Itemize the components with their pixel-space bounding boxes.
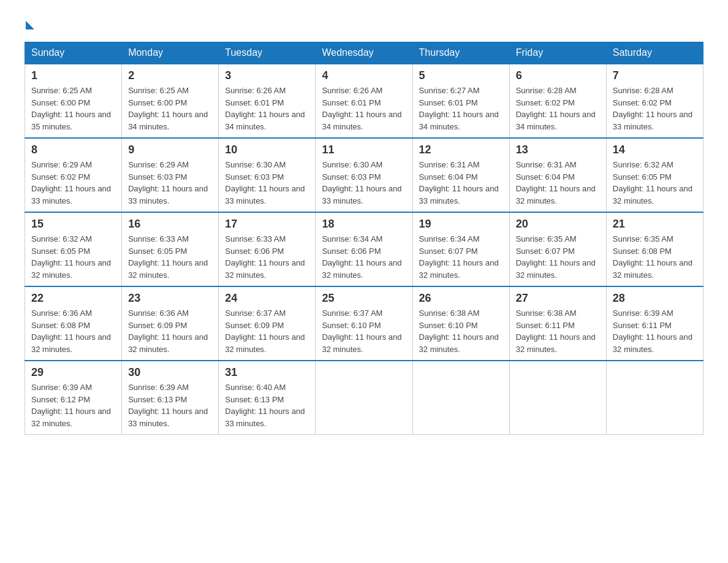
calendar-cell: 10 Sunrise: 6:30 AM Sunset: 6:03 PM Dayl… [219,138,316,212]
day-number: 18 [322,218,406,231]
calendar-cell: 21 Sunrise: 6:35 AM Sunset: 6:08 PM Dayl… [606,212,703,286]
day-info: Sunrise: 6:36 AM Sunset: 6:09 PM Dayligh… [128,307,212,355]
calendar-cell [606,361,703,435]
day-number: 15 [31,218,115,231]
logo-arrow-icon [26,21,34,29]
header-friday: Friday [509,42,606,64]
day-info: Sunrise: 6:33 AM Sunset: 6:06 PM Dayligh… [225,233,309,281]
day-info: Sunrise: 6:34 AM Sunset: 6:06 PM Dayligh… [322,233,406,281]
page-header [25,18,703,29]
day-number: 13 [516,144,600,156]
day-info: Sunrise: 6:39 AM Sunset: 6:13 PM Dayligh… [128,381,212,429]
calendar-cell: 14 Sunrise: 6:32 AM Sunset: 6:05 PM Dayl… [606,138,703,212]
calendar-cell: 20 Sunrise: 6:35 AM Sunset: 6:07 PM Dayl… [509,212,606,286]
day-info: Sunrise: 6:28 AM Sunset: 6:02 PM Dayligh… [613,85,697,132]
day-info: Sunrise: 6:29 AM Sunset: 6:03 PM Dayligh… [128,159,212,207]
day-number: 17 [225,218,309,231]
calendar-cell: 25 Sunrise: 6:37 AM Sunset: 6:10 PM Dayl… [316,286,412,361]
day-info: Sunrise: 6:25 AM Sunset: 6:00 PM Dayligh… [31,85,115,132]
weekday-header-row: Sunday Monday Tuesday Wednesday Thursday… [25,42,703,64]
day-number: 8 [31,144,115,156]
calendar-cell: 30 Sunrise: 6:39 AM Sunset: 6:13 PM Dayl… [122,361,219,435]
day-info: Sunrise: 6:32 AM Sunset: 6:05 PM Dayligh… [613,159,697,207]
calendar-cell: 5 Sunrise: 6:27 AM Sunset: 6:01 PM Dayli… [412,64,509,138]
calendar-week-row: 8 Sunrise: 6:29 AM Sunset: 6:02 PM Dayli… [25,138,703,212]
calendar-cell: 19 Sunrise: 6:34 AM Sunset: 6:07 PM Dayl… [412,212,509,286]
day-number: 27 [516,292,600,305]
day-number: 11 [322,144,406,156]
calendar-cell: 16 Sunrise: 6:33 AM Sunset: 6:05 PM Dayl… [122,212,219,286]
calendar-week-row: 15 Sunrise: 6:32 AM Sunset: 6:05 PM Dayl… [25,212,703,286]
day-info: Sunrise: 6:27 AM Sunset: 6:01 PM Dayligh… [419,85,503,132]
day-number: 2 [128,69,212,82]
calendar-cell [316,361,412,435]
logo [25,18,34,29]
day-info: Sunrise: 6:39 AM Sunset: 6:11 PM Dayligh… [613,307,697,355]
day-info: Sunrise: 6:32 AM Sunset: 6:05 PM Dayligh… [31,233,115,281]
calendar-week-row: 22 Sunrise: 6:36 AM Sunset: 6:08 PM Dayl… [25,286,703,361]
header-sunday: Sunday [25,42,122,64]
day-info: Sunrise: 6:34 AM Sunset: 6:07 PM Dayligh… [419,233,503,281]
day-number: 1 [31,69,115,82]
calendar-cell [509,361,606,435]
calendar-cell: 26 Sunrise: 6:38 AM Sunset: 6:10 PM Dayl… [412,286,509,361]
day-info: Sunrise: 6:35 AM Sunset: 6:07 PM Dayligh… [516,233,600,281]
day-info: Sunrise: 6:38 AM Sunset: 6:11 PM Dayligh… [516,307,600,355]
day-number: 31 [225,366,309,379]
day-info: Sunrise: 6:36 AM Sunset: 6:08 PM Dayligh… [31,307,115,355]
calendar-cell: 9 Sunrise: 6:29 AM Sunset: 6:03 PM Dayli… [122,138,219,212]
calendar-cell: 29 Sunrise: 6:39 AM Sunset: 6:12 PM Dayl… [25,361,122,435]
day-number: 30 [128,366,212,379]
day-number: 20 [516,218,600,231]
calendar-week-row: 29 Sunrise: 6:39 AM Sunset: 6:12 PM Dayl… [25,361,703,435]
calendar-cell: 24 Sunrise: 6:37 AM Sunset: 6:09 PM Dayl… [219,286,316,361]
calendar-cell: 23 Sunrise: 6:36 AM Sunset: 6:09 PM Dayl… [122,286,219,361]
day-info: Sunrise: 6:33 AM Sunset: 6:05 PM Dayligh… [128,233,212,281]
calendar-cell: 11 Sunrise: 6:30 AM Sunset: 6:03 PM Dayl… [316,138,412,212]
calendar-cell: 28 Sunrise: 6:39 AM Sunset: 6:11 PM Dayl… [606,286,703,361]
calendar-cell: 27 Sunrise: 6:38 AM Sunset: 6:11 PM Dayl… [509,286,606,361]
day-info: Sunrise: 6:31 AM Sunset: 6:04 PM Dayligh… [516,159,600,207]
day-number: 23 [128,292,212,305]
calendar-cell: 6 Sunrise: 6:28 AM Sunset: 6:02 PM Dayli… [509,64,606,138]
calendar-cell: 13 Sunrise: 6:31 AM Sunset: 6:04 PM Dayl… [509,138,606,212]
day-number: 4 [322,69,406,82]
calendar-cell: 1 Sunrise: 6:25 AM Sunset: 6:00 PM Dayli… [25,64,122,138]
day-info: Sunrise: 6:37 AM Sunset: 6:09 PM Dayligh… [225,307,309,355]
day-number: 24 [225,292,309,305]
header-wednesday: Wednesday [316,42,412,64]
calendar-cell [412,361,509,435]
day-info: Sunrise: 6:38 AM Sunset: 6:10 PM Dayligh… [419,307,503,355]
day-info: Sunrise: 6:37 AM Sunset: 6:10 PM Dayligh… [322,307,406,355]
header-saturday: Saturday [606,42,703,64]
day-number: 26 [419,292,503,305]
calendar-cell: 22 Sunrise: 6:36 AM Sunset: 6:08 PM Dayl… [25,286,122,361]
calendar-cell: 7 Sunrise: 6:28 AM Sunset: 6:02 PM Dayli… [606,64,703,138]
logo-blue-part [25,18,34,29]
day-number: 7 [613,69,697,82]
day-number: 3 [225,69,309,82]
day-number: 29 [31,366,115,379]
day-number: 19 [419,218,503,231]
calendar-cell: 2 Sunrise: 6:25 AM Sunset: 6:00 PM Dayli… [122,64,219,138]
day-number: 10 [225,144,309,156]
calendar-cell: 8 Sunrise: 6:29 AM Sunset: 6:02 PM Dayli… [25,138,122,212]
calendar-cell: 3 Sunrise: 6:26 AM Sunset: 6:01 PM Dayli… [219,64,316,138]
day-info: Sunrise: 6:35 AM Sunset: 6:08 PM Dayligh… [613,233,697,281]
day-info: Sunrise: 6:29 AM Sunset: 6:02 PM Dayligh… [31,159,115,207]
day-info: Sunrise: 6:26 AM Sunset: 6:01 PM Dayligh… [322,85,406,132]
calendar-table: Sunday Monday Tuesday Wednesday Thursday… [25,42,703,435]
day-info: Sunrise: 6:28 AM Sunset: 6:02 PM Dayligh… [516,85,600,132]
day-number: 25 [322,292,406,305]
day-number: 14 [613,144,697,156]
calendar-cell: 18 Sunrise: 6:34 AM Sunset: 6:06 PM Dayl… [316,212,412,286]
day-number: 9 [128,144,212,156]
calendar-cell: 17 Sunrise: 6:33 AM Sunset: 6:06 PM Dayl… [219,212,316,286]
day-info: Sunrise: 6:26 AM Sunset: 6:01 PM Dayligh… [225,85,309,132]
calendar-week-row: 1 Sunrise: 6:25 AM Sunset: 6:00 PM Dayli… [25,64,703,138]
header-monday: Monday [122,42,219,64]
day-info: Sunrise: 6:30 AM Sunset: 6:03 PM Dayligh… [322,159,406,207]
day-number: 5 [419,69,503,82]
day-info: Sunrise: 6:30 AM Sunset: 6:03 PM Dayligh… [225,159,309,207]
day-number: 22 [31,292,115,305]
